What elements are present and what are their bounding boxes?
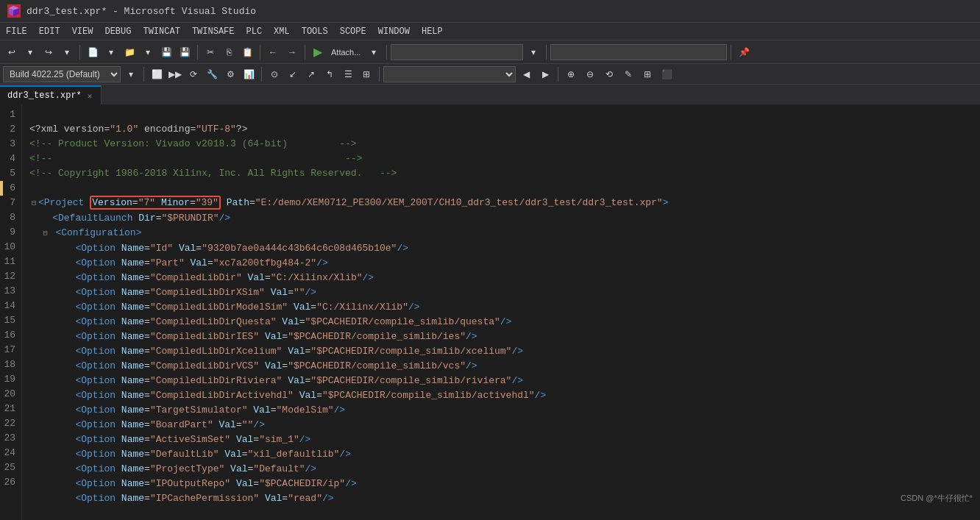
sep1 — [79, 45, 80, 60]
sep10 — [379, 67, 380, 82]
menu-plc[interactable]: PLC — [240, 23, 268, 40]
paste-button[interactable]: 📋 — [238, 43, 256, 61]
tb2-right2[interactable]: ▶ — [536, 65, 554, 83]
menu-xml[interactable]: XML — [268, 23, 296, 40]
search-input[interactable] — [550, 44, 727, 60]
copy-button[interactable]: ⎘ — [220, 43, 238, 61]
sep8 — [143, 67, 144, 82]
tb2-r6[interactable]: ✎ — [619, 65, 637, 83]
save-button[interactable]: 💾 — [157, 43, 175, 61]
menu-edit[interactable]: EDIT — [33, 23, 66, 40]
tb2-btn4[interactable]: 🔧 — [203, 65, 221, 83]
tb2-r3[interactable]: ⊕ — [562, 65, 580, 83]
tb2-nav5[interactable]: ☰ — [339, 65, 357, 83]
sep11 — [558, 67, 558, 82]
toolbar2-group2: ⊙ ↙ ↗ ↰ ☰ ⊞ — [266, 65, 375, 83]
target-dropdown-btn[interactable]: ▾ — [525, 43, 542, 61]
sep9 — [261, 67, 262, 82]
menu-file[interactable]: FILE — [0, 23, 33, 40]
tb2-right1[interactable]: ◀ — [517, 65, 535, 83]
vs-icon — [7, 4, 21, 18]
build-config-dropdown[interactable]: Build 4022.25 (Default) — [3, 66, 121, 82]
sep3 — [260, 45, 260, 60]
run-button[interactable]: ▶ — [309, 43, 327, 61]
editor[interactable]: 1 2 3 4 5 6 7 8 9 10 11 12 13 14 15 16 1… — [0, 104, 980, 520]
menu-debug[interactable]: DEBUG — [99, 23, 137, 40]
forward-button[interactable]: → — [283, 43, 301, 61]
new-button[interactable]: 📄 — [84, 43, 102, 61]
attach-button[interactable]: Attach... — [328, 43, 363, 61]
menu-window[interactable]: WINDOW — [372, 23, 416, 40]
tb2-btn6[interactable]: 📊 — [240, 65, 258, 83]
toolbar-undo-group: ↩ ▾ ↪ ▾ — [3, 43, 76, 61]
undo-button[interactable]: ↩ — [3, 43, 21, 61]
tb2-btn1[interactable]: ⬜ — [148, 65, 166, 83]
tb2-nav1[interactable]: ⊙ — [266, 65, 283, 83]
tab-bar: ddr3_test.xpr* ✕ — [0, 84, 980, 104]
line-numbers: 1 2 3 4 5 6 7 8 9 10 11 12 13 14 15 16 1… — [0, 104, 22, 520]
tb2-r8[interactable]: ⬛ — [658, 65, 675, 83]
build-dropdown-btn[interactable]: ▾ — [122, 65, 140, 83]
tb2-nav4[interactable]: ↰ — [321, 65, 338, 83]
window-title: ddr3_test.xpr* - Microsoft Visual Studio — [26, 6, 256, 17]
tb2-nav2[interactable]: ↙ — [284, 65, 302, 83]
config-dropdown2[interactable] — [383, 66, 516, 82]
menu-scope[interactable]: SCOPE — [334, 23, 372, 40]
open-dropdown[interactable]: ▾ — [139, 43, 157, 61]
sep4 — [305, 45, 305, 60]
toolbar1: ↩ ▾ ↪ ▾ 📄 ▾ 📁 ▾ 💾 💾 ✂ ⎘ 📋 ← → ▶ Attach..… — [0, 40, 980, 63]
tb2-nav6[interactable]: ⊞ — [358, 65, 375, 83]
sep2 — [197, 45, 198, 60]
save-all-button[interactable]: 💾 — [176, 43, 193, 61]
tb2-btn3[interactable]: ⟳ — [185, 65, 202, 83]
attach-dropdown[interactable]: ▾ — [365, 43, 383, 61]
new-dropdown[interactable]: ▾ — [102, 43, 120, 61]
menu-bar: FILE EDIT VIEW DEBUG TWINCAT TWINSAFE PL… — [0, 22, 980, 40]
code-content[interactable]: <?xml version="1.0" encoding="UTF-8"?> <… — [22, 104, 980, 520]
cut-button[interactable]: ✂ — [202, 43, 219, 61]
toolbar-file-group: 📄 ▾ 📁 ▾ 💾 💾 — [84, 43, 193, 61]
sep5 — [386, 45, 387, 60]
pin-button[interactable]: 📌 — [735, 43, 753, 61]
tb2-r7[interactable]: ⊞ — [639, 65, 656, 83]
tab-label: ddr3_test.xpr* — [7, 90, 82, 101]
menu-help[interactable]: HELP — [416, 23, 449, 40]
tab-close-button[interactable]: ✕ — [86, 91, 94, 101]
menu-view[interactable]: VIEW — [66, 23, 99, 40]
tab-xpr[interactable]: ddr3_test.xpr* ✕ — [0, 85, 102, 104]
toolbar-edit-group: ✂ ⎘ 📋 — [202, 43, 256, 61]
redo-button[interactable]: ↪ — [40, 43, 57, 61]
menu-twincat[interactable]: TWINCAT — [137, 23, 185, 40]
tb2-r5[interactable]: ⟲ — [600, 65, 618, 83]
sep7 — [731, 45, 731, 60]
watermark: CSDN @*牛仔很忙* — [901, 493, 973, 504]
menu-twinsafe[interactable]: TWINSAFE — [186, 23, 241, 40]
tb2-btn2[interactable]: ▶▶ — [166, 65, 184, 83]
target-dropdown[interactable] — [391, 44, 523, 60]
back-button[interactable]: ← — [264, 43, 282, 61]
sep6 — [546, 45, 547, 60]
menu-tools[interactable]: TOOLS — [296, 23, 334, 40]
tb2-nav3[interactable]: ↗ — [302, 65, 320, 83]
toolbar2: Build 4022.25 (Default) ▾ ⬜ ▶▶ ⟳ 🔧 ⚙ 📊 ⊙… — [0, 63, 980, 84]
open-button[interactable]: 📁 — [121, 43, 138, 61]
toolbar2-group: ⬜ ▶▶ ⟳ 🔧 ⚙ 📊 — [148, 65, 258, 83]
redo-dropdown[interactable]: ▾ — [58, 43, 76, 61]
title-bar: ddr3_test.xpr* - Microsoft Visual Studio — [0, 0, 980, 22]
tb2-btn5[interactable]: ⚙ — [221, 65, 239, 83]
gutter-marker — [0, 181, 3, 196]
tb2-r4[interactable]: ⊖ — [581, 65, 599, 83]
undo-dropdown[interactable]: ▾ — [21, 43, 39, 61]
